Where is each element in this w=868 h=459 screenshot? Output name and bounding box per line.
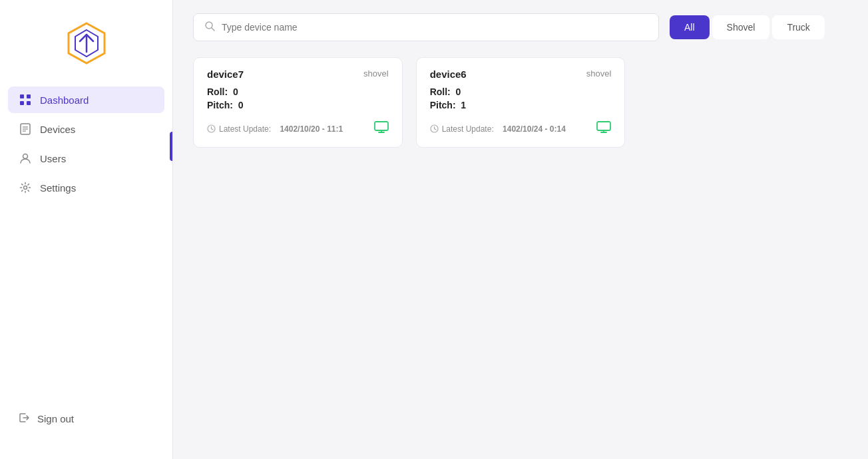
card-footer-device6: Latest Update: 1402/10/24 - 0:14 — [430, 121, 612, 136]
sidebar-item-settings[interactable]: Settings — [8, 174, 164, 201]
pitch-label-device6: Pitch: — [430, 100, 456, 110]
sidebar-item-devices-label: Devices — [40, 124, 75, 135]
device6-roll: Roll: 0 — [430, 86, 612, 97]
sidebar-item-dashboard-label: Dashboard — [40, 94, 89, 106]
search-box[interactable] — [193, 13, 659, 41]
card-header-device6: device6 shovel — [430, 69, 612, 80]
latest-update-label-device6: Latest Update: — [442, 124, 494, 134]
sidebar-item-dashboard[interactable]: Dashboard — [8, 86, 164, 113]
card-footer-device7: Latest Update: 1402/10/20 - 11:1 — [207, 121, 389, 136]
update-time-device7: Latest Update: 1402/10/20 - 11:1 — [207, 124, 343, 134]
device-type-device6: shovel — [586, 69, 612, 78]
grid-icon — [19, 93, 32, 106]
svg-line-19 — [212, 129, 214, 130]
roll-label-device6: Roll: — [430, 86, 451, 97]
sign-out-button[interactable]: Sign out — [8, 405, 164, 432]
svg-rect-20 — [375, 122, 388, 130]
user-icon — [19, 152, 32, 165]
gear-icon — [19, 181, 32, 194]
card-body-device7: Roll: 0 Pitch: 0 — [207, 86, 389, 110]
device-card-device7[interactable]: device7 shovel Roll: 0 Pitch: 0 — [193, 57, 403, 148]
device7-roll: Roll: 0 — [207, 86, 389, 97]
device6-pitch: Pitch: 1 — [430, 100, 612, 110]
monitor-icon-device6 — [596, 121, 611, 136]
filter-shovel-button[interactable]: Shovel — [712, 15, 770, 39]
device-card-device6[interactable]: device6 shovel Roll: 0 Pitch: 1 — [416, 57, 626, 148]
pitch-label-device7: Pitch: — [207, 100, 233, 110]
update-time-device6: Latest Update: 1402/10/24 - 0:14 — [430, 124, 566, 134]
card-header-device7: device7 shovel — [207, 69, 389, 80]
device-name-device7: device7 — [207, 69, 244, 80]
device7-pitch: Pitch: 0 — [207, 100, 389, 110]
monitor-icon-device7 — [374, 121, 389, 136]
app-logo: FANAVARAN BARZIN — [57, 20, 116, 67]
sidebar-item-devices[interactable]: Devices — [8, 116, 164, 142]
active-indicator — [170, 132, 172, 161]
card-body-device6: Roll: 0 Pitch: 1 — [430, 86, 612, 110]
clock-icon-device7 — [207, 124, 216, 133]
roll-value-device7: 0 — [233, 86, 238, 97]
device-name-device6: device6 — [430, 69, 467, 80]
clock-icon-device6 — [430, 124, 439, 133]
logo-area: FANAVARAN BARZIN — [0, 13, 172, 86]
filter-truck-button[interactable]: Truck — [772, 15, 824, 39]
svg-text:FANAVARAN: FANAVARAN — [71, 65, 102, 67]
svg-rect-5 — [20, 94, 24, 98]
sidebar-item-users[interactable]: Users — [8, 145, 164, 172]
svg-line-16 — [212, 28, 214, 31]
main-content: All Shovel Truck device7 shovel Roll: 0 … — [173, 0, 868, 459]
sign-out-area: Sign out — [0, 405, 172, 446]
svg-point-14 — [24, 186, 27, 190]
latest-update-label-device7: Latest Update: — [219, 124, 271, 134]
pitch-value-device6: 1 — [461, 100, 466, 110]
sign-out-icon — [19, 412, 31, 426]
device-cards-grid: device7 shovel Roll: 0 Pitch: 0 — [193, 57, 848, 148]
sign-out-label: Sign out — [37, 413, 74, 424]
file-icon — [19, 122, 32, 136]
latest-update-value-device6: 1402/10/24 - 0:14 — [503, 124, 566, 134]
device-type-device7: shovel — [363, 69, 389, 78]
svg-line-25 — [434, 129, 436, 130]
roll-label-device7: Roll: — [207, 86, 228, 97]
latest-update-value-device7: 1402/10/20 - 11:1 — [280, 124, 343, 134]
filter-all-button[interactable]: All — [670, 15, 710, 39]
topbar: All Shovel Truck — [193, 13, 848, 41]
pitch-value-device7: 0 — [238, 100, 244, 110]
svg-rect-26 — [597, 122, 610, 130]
filter-buttons: All Shovel Truck — [670, 15, 825, 39]
svg-rect-6 — [27, 94, 31, 98]
search-icon — [204, 21, 215, 34]
nav-menu: Dashboard Devices Users — [0, 86, 172, 405]
sidebar-item-users-label: Users — [40, 153, 66, 164]
svg-rect-8 — [27, 101, 31, 105]
sidebar: FANAVARAN BARZIN Dashboard — [0, 0, 173, 459]
sidebar-item-settings-label: Settings — [40, 182, 76, 194]
svg-rect-7 — [20, 101, 24, 105]
search-input[interactable] — [222, 22, 648, 33]
roll-value-device6: 0 — [456, 86, 461, 97]
svg-point-13 — [23, 154, 28, 159]
